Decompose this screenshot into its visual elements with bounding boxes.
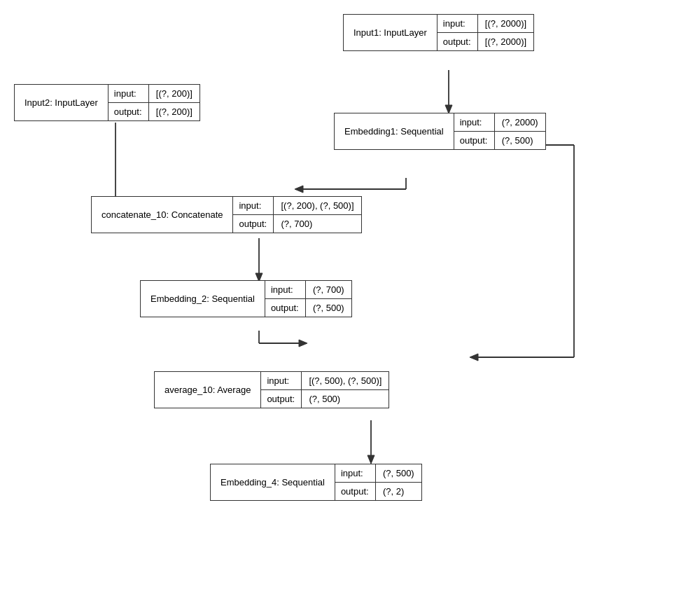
- input2-row1-key: input:: [108, 85, 149, 102]
- embedding1-row2-key: output:: [454, 132, 495, 149]
- concatenate10-row1-val: [(?, 200), (?, 500)]: [274, 197, 360, 214]
- svg-marker-7: [295, 186, 303, 193]
- concatenate10-node: concatenate_10: Concatenate input: [(?, …: [91, 196, 362, 233]
- input1-row1-key: input:: [438, 15, 478, 32]
- embedding4-row2-val: (?, 2): [376, 483, 411, 500]
- input2-row1-val: [(?, 200)]: [149, 85, 200, 102]
- embedding4-row1-val: (?, 500): [376, 464, 421, 482]
- average10-table: input: [(?, 500), (?, 500)] output: (?, …: [260, 372, 388, 408]
- embedding2-node: Embedding_2: Sequential input: (?, 700) …: [140, 280, 352, 317]
- input1-label: Input1: InputLayer: [344, 15, 437, 50]
- input1-row1-val: [(?, 2000)]: [478, 15, 533, 32]
- input1-node: Input1: InputLayer input: [(?, 2000)] ou…: [343, 14, 534, 51]
- svg-marker-12: [299, 340, 307, 347]
- average10-row1-val: [(?, 500), (?, 500)]: [302, 372, 388, 389]
- average10-label: average_10: Average: [155, 372, 260, 408]
- average10-row2-key: output:: [261, 390, 302, 408]
- embedding4-row1-key: input:: [335, 464, 376, 482]
- input2-row2-key: output:: [108, 103, 149, 120]
- embedding1-table: input: (?, 2000) output: (?, 500): [454, 113, 545, 149]
- embedding1-label: Embedding1: Sequential: [335, 113, 454, 149]
- svg-marker-18: [368, 455, 374, 464]
- svg-marker-16: [470, 354, 478, 361]
- concatenate10-row2-key: output:: [233, 215, 274, 233]
- input1-row2-key: output:: [438, 33, 478, 50]
- concatenate10-label: concatenate_10: Concatenate: [92, 197, 232, 233]
- embedding1-node: Embedding1: Sequential input: (?, 2000) …: [334, 113, 546, 150]
- input2-label: Input2: InputLayer: [15, 85, 108, 120]
- embedding1-row2-val: (?, 500): [495, 132, 540, 149]
- embedding2-label: Embedding_2: Sequential: [141, 281, 265, 317]
- embedding1-row1-key: input:: [454, 113, 495, 131]
- embedding4-table: input: (?, 500) output: (?, 2): [335, 464, 421, 500]
- input1-table: input: [(?, 2000)] output: [(?, 2000)]: [437, 15, 533, 50]
- embedding2-row2-key: output:: [265, 299, 306, 317]
- concatenate10-row1-key: input:: [233, 197, 274, 214]
- embedding4-label: Embedding_4: Sequential: [211, 464, 335, 500]
- embedding2-table: input: (?, 700) output: (?, 500): [265, 281, 351, 317]
- embedding2-row1-val: (?, 700): [306, 281, 351, 298]
- concatenate10-table: input: [(?, 200), (?, 500)] output: (?, …: [232, 197, 360, 233]
- input2-node: Input2: InputLayer input: [(?, 200)] out…: [14, 84, 200, 121]
- average10-row2-val: (?, 500): [302, 390, 347, 408]
- embedding2-row1-key: input:: [265, 281, 306, 298]
- input2-table: input: [(?, 200)] output: [(?, 200)]: [108, 85, 200, 120]
- input2-row2-val: [(?, 200)]: [149, 103, 200, 120]
- average10-row1-key: input:: [261, 372, 302, 389]
- embedding1-row1-val: (?, 2000): [495, 113, 545, 131]
- embedding4-node: Embedding_4: Sequential input: (?, 500) …: [210, 464, 422, 501]
- embedding2-row2-val: (?, 500): [306, 299, 351, 317]
- embedding4-row2-key: output:: [335, 483, 376, 500]
- input1-row2-val: [(?, 2000)]: [478, 33, 533, 50]
- average10-node: average_10: Average input: [(?, 500), (?…: [154, 371, 389, 408]
- concatenate10-row2-val: (?, 700): [274, 215, 319, 233]
